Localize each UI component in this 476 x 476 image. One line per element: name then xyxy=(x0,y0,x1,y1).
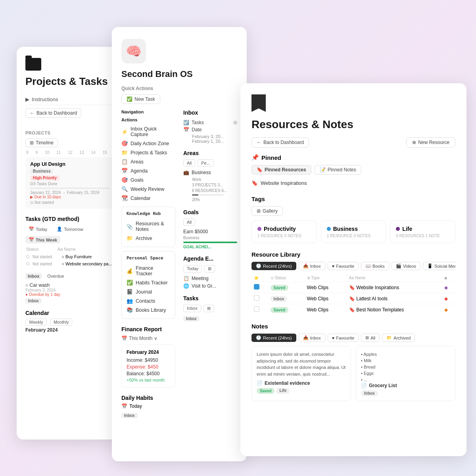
tab-this-week[interactable]: 📅 This Week xyxy=(25,236,60,244)
grid-icon: ⊞ xyxy=(30,140,34,146)
cal-tabs: Weekly Monthly xyxy=(25,319,114,326)
date-range: January 22, 2024 → February 15, 2024 xyxy=(30,190,109,195)
tag-card-life: Life 0 RESOURCES 1 NOTE xyxy=(390,221,455,243)
task-name: ○ Buy Furniture xyxy=(61,254,113,259)
tag-label: Life xyxy=(396,226,449,232)
notes-fav-tab[interactable]: ♥ Favourite xyxy=(328,334,359,342)
rl-tab-books[interactable]: 📖 Books xyxy=(361,262,389,270)
cal-icon: 📅 xyxy=(29,237,34,242)
weekly-tab[interactable]: Weekly xyxy=(25,319,47,326)
pinned-tabs: 🔖 Pinned Resources 📝 Pinned Notes xyxy=(251,165,455,175)
nav-finance[interactable]: 💰 Finance Tracker xyxy=(127,264,170,278)
task-name: ○ Website secondary pa... xyxy=(61,261,113,266)
new-resource-btn[interactable]: ⊕ New Resource xyxy=(406,137,455,148)
areas-tabs: All Pe... xyxy=(183,159,237,167)
nav-habits[interactable]: ✅ Habits Tracker xyxy=(127,278,170,287)
navigation-label: Navigation xyxy=(121,109,175,114)
nav-archive[interactable]: 📁 Archive xyxy=(127,234,170,243)
rl-tab-recent[interactable]: 🕐 Recent (24hrs) xyxy=(251,262,296,270)
nav-resources-notes[interactable]: 📎 Resources & Notes xyxy=(127,219,170,234)
tab-today[interactable]: 📅 Today xyxy=(25,225,50,233)
bookmark-item-icon: 🔖 xyxy=(251,180,258,186)
table-row: Inbox Web Clips 🔖 Lattest AI tools ◆ xyxy=(251,293,455,304)
agenda-section: Agenda E... Today ⊞ 📋 Meeting 🌐 Visit to… xyxy=(183,255,237,289)
quick-actions-label: Quick Actions xyxy=(121,86,237,91)
agenda-grid-tab[interactable]: ⊞ xyxy=(204,265,215,273)
pinned-resources-tab[interactable]: 🔖 Pinned Resources xyxy=(251,165,311,175)
agenda-today-tab[interactable]: Today xyxy=(183,265,202,273)
nav-contacts[interactable]: 👥 Contacts xyxy=(127,296,170,305)
tag-label: Business xyxy=(327,226,380,232)
pinned-title: 📌 Pinned xyxy=(251,154,455,161)
areas-section: Areas All Pe... 💼 Business Work 3 PROJEC… xyxy=(183,150,237,203)
monthly-tab[interactable]: Monthly xyxy=(50,319,73,326)
nav-projects-tasks[interactable]: 📁 Projects & Tasks xyxy=(121,148,175,157)
notes-inbox-tab[interactable]: 📥 Inbox xyxy=(299,334,325,342)
nav-agenda[interactable]: 📅 Agenda xyxy=(121,166,175,175)
nav-daily-action[interactable]: 🎯 Daily Action Zone xyxy=(121,139,175,148)
col-name: Aa Name xyxy=(347,274,442,282)
personal-space-box: Personal Space 💰 Finance Tracker ✅ Habit… xyxy=(121,251,175,319)
timeline-grid: 89101112131415 xyxy=(25,150,114,155)
note-status: Inbox xyxy=(361,390,378,396)
table-row: Saved Web Clips 🔖 Website Inspirations ◆ xyxy=(251,282,455,293)
tag-label: Productivity xyxy=(257,226,311,232)
project-card: App UI Design Business High Priority 0/3… xyxy=(25,157,114,209)
notes-all-tab[interactable]: ⊞ All xyxy=(361,334,380,342)
tag-stats: 1 RESOURCE 0 NOTES xyxy=(327,234,380,238)
list-item: ... xyxy=(361,376,450,383)
nav-journal[interactable]: 📓 Journal xyxy=(127,287,170,296)
nav-areas[interactable]: 📋 Areas xyxy=(121,157,175,166)
grid-icon2: ⊞ xyxy=(233,120,237,125)
areas-pe-tab[interactable]: Pe... xyxy=(198,159,214,167)
main-columns: Navigation Actions ⚡ Inbox Quick Capture… xyxy=(121,109,237,418)
website-inspirations-label: Website Inspirations xyxy=(261,180,307,186)
lightning-icon: ⚡ xyxy=(121,129,128,135)
tasks-right-title: Tasks xyxy=(183,295,237,301)
tasks-grid-tab[interactable]: ⊞ xyxy=(203,305,214,312)
priority-tag: High Priority xyxy=(30,175,60,180)
arrow-left-icon: ← xyxy=(30,110,35,116)
instructions-row[interactable]: ▶ Instructions xyxy=(25,94,114,105)
back-to-dashboard-btn[interactable]: ← Back to Dashboard xyxy=(251,137,309,148)
goals-all-tab[interactable]: All xyxy=(183,219,195,226)
globe-icon: 🌐 xyxy=(183,283,189,289)
right-mini-column: Inbox ☑️ Tasks ⊞ 📅 Date February 3, 20..… xyxy=(183,109,237,418)
row-checkbox[interactable] xyxy=(254,284,259,290)
rl-tab-inbox[interactable]: 📥 Inbox xyxy=(299,262,325,270)
row-checkbox[interactable] xyxy=(254,295,259,301)
notes-tabs: 🕐 Recent (24hrs) 📥 Inbox ♥ Favourite ⊞ A… xyxy=(251,334,455,342)
tag-stats: 0 RESOURCES 1 NOTE xyxy=(396,234,449,238)
nav-goals[interactable]: 🎯 Goals xyxy=(121,175,175,184)
chevron-right-icon: ▶ xyxy=(25,96,29,102)
person-icon: 👤 xyxy=(57,226,62,232)
nav-calendar[interactable]: 📆 Calendar xyxy=(121,194,175,203)
heart-icon2: ♥ xyxy=(332,336,335,340)
goals-section: Goals All Earn $5000 Business GOAL ACHEI… xyxy=(183,209,237,249)
daily-habits: Daily Habits 📅 Today Inbox xyxy=(121,395,175,418)
inbox-tab[interactable]: Inbox xyxy=(25,273,42,279)
rl-tab-videos[interactable]: 🎬 Videos xyxy=(392,262,420,270)
areas-all-tab[interactable]: All xyxy=(183,159,195,167)
overdue-tab[interactable]: Overdue xyxy=(45,273,66,279)
nav-books[interactable]: 📚 Books Library xyxy=(127,305,170,315)
project-name: App UI Design xyxy=(30,161,109,167)
row-checkbox[interactable] xyxy=(254,306,259,312)
this-month-label[interactable]: 📅 This Month ∨ xyxy=(121,336,175,341)
rl-tab-social[interactable]: 📱 Soicial Media xyxy=(423,262,455,270)
note-title: 📄 Existential evidence xyxy=(257,380,346,386)
nav-weekly-review[interactable]: 🔍 Weekly Review xyxy=(121,184,175,194)
rl-tab-favourite[interactable]: ♥ Favourite xyxy=(328,262,359,270)
goal-progress-fill xyxy=(183,242,237,243)
pinned-notes-tab[interactable]: 📝 Pinned Notes xyxy=(315,165,361,175)
nav-inbox-capture[interactable]: ⚡ Inbox Quick Capture xyxy=(121,125,175,139)
notes-archived-tab[interactable]: 📁 Archived xyxy=(382,334,415,342)
tasks-inbox-tab[interactable]: Inbox xyxy=(183,305,201,312)
gallery-tab[interactable]: ⊞ Gallery xyxy=(251,206,283,216)
new-task-btn[interactable]: ✅ New Task xyxy=(121,94,160,104)
notes-recent-tab[interactable]: 🕐 Recent (24hrs) xyxy=(251,334,296,342)
finance-report: Finance Report 📅 This Month ∨ February 2… xyxy=(121,326,175,388)
timeline-btn[interactable]: ⊞ Timeline xyxy=(25,138,58,147)
tab-tomorrow[interactable]: 👤 Tomorrow xyxy=(54,225,86,233)
back-to-dashboard-btn[interactable]: ← Back to Dashboard xyxy=(25,108,81,118)
